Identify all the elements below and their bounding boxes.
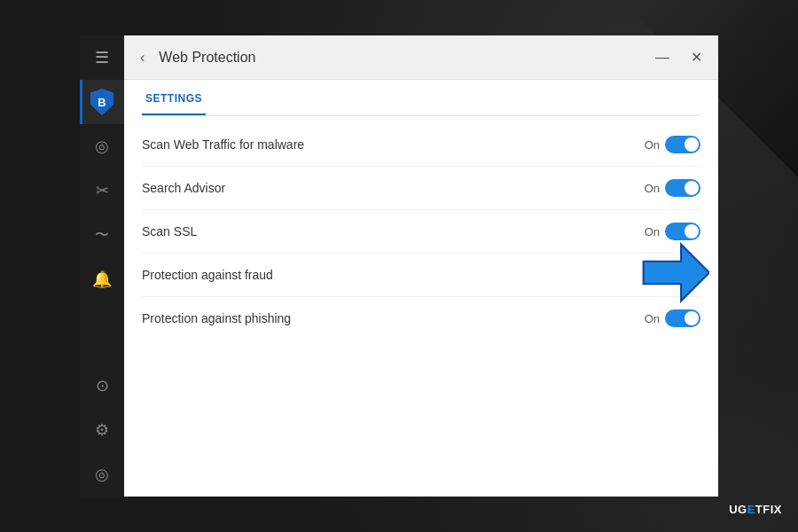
sidebar-item-activity[interactable]: 〜 [80,213,124,257]
tools-icon: ✂ [96,181,109,200]
sidebar-item-tools[interactable]: ✂ [80,168,124,213]
close-button[interactable]: ✕ [685,49,708,66]
toggle-protection-fraud[interactable] [665,266,700,284]
toggle-search-advisor[interactable] [665,179,700,197]
toggle-on-label-protection-phishing: On [645,312,660,325]
toggle-on-label-scan-web-traffic: On [645,138,660,152]
setting-label-scan-web-traffic: Scan Web Traffic for malware [142,137,304,152]
setting-row-scan-web-traffic: Scan Web Traffic for malware On [142,123,700,167]
settings-list: Scan Web Traffic for malware On Search A… [142,123,700,340]
toggle-on-label-search-advisor: On [645,182,660,195]
setting-label-scan-ssl: Scan SSL [142,224,197,239]
sidebar-item-shield[interactable]: B [80,80,124,124]
setting-row-protection-fraud: Protection against fraud On [142,254,700,297]
eye-icon: ◎ [95,137,109,156]
setting-label-search-advisor: Search Advisor [142,181,225,195]
toggle-scan-web-traffic[interactable] [665,136,700,153]
toggle-group-protection-phishing: On [645,309,700,327]
help-icon: ◎ [95,465,109,484]
setting-row-protection-phishing: Protection against phishing On [142,297,700,340]
minimize-button[interactable]: — [650,49,675,66]
content-area: SETTINGS Scan Web Traffic for malware On… [124,80,718,497]
gear-icon: ⚙ [95,420,109,440]
watermark: UGETFIX [729,503,782,516]
app-container: ☰ B ◎ ✂ 〜 🔔 ⊙ ⚙ ◎ [80,35,718,497]
tab-bar: SETTINGS [142,80,700,116]
toggle-on-label-protection-fraud: On [645,269,660,282]
setting-row-search-advisor: Search Advisor On [142,167,700,210]
activity-icon: 〜 [95,226,109,245]
sidebar-item-notifications[interactable]: 🔔 [80,257,124,301]
sidebar-item-help[interactable]: ◎ [80,452,124,497]
sidebar-item-user[interactable]: ⊙ [80,364,124,408]
user-icon: ⊙ [96,376,109,395]
window-title: Web Protection [159,50,650,66]
toggle-on-label-scan-ssl: On [645,225,660,239]
sidebar-item-eye[interactable]: ◎ [80,124,124,168]
toggle-group-scan-ssl: On [645,223,700,240]
toggle-group-search-advisor: On [645,179,700,197]
toggle-group-scan-web-traffic: On [645,136,700,153]
bell-icon: 🔔 [92,270,112,289]
toggle-scan-ssl[interactable] [665,223,700,240]
hamburger-menu[interactable]: ☰ [80,35,124,80]
tab-settings[interactable]: SETTINGS [142,80,206,115]
main-window: ‹ Web Protection — ✕ SETTINGS Scan Web T… [124,35,718,497]
back-button[interactable]: ‹ [135,46,150,69]
hamburger-icon: ☰ [95,48,109,67]
watermark-text: UGETFIX [729,503,782,516]
setting-row-scan-ssl: Scan SSL On [142,210,700,254]
title-bar: ‹ Web Protection — ✕ [124,35,718,80]
window-controls: — ✕ [650,49,708,66]
shield-b-icon: B [90,89,113,115]
setting-label-protection-phishing: Protection against phishing [142,311,291,325]
toggle-group-protection-fraud: On [645,266,700,284]
setting-label-protection-fraud: Protection against fraud [142,268,273,282]
sidebar-item-settings[interactable]: ⚙ [80,408,124,452]
toggle-protection-phishing[interactable] [665,309,700,327]
sidebar: ☰ B ◎ ✂ 〜 🔔 ⊙ ⚙ ◎ [80,35,124,497]
